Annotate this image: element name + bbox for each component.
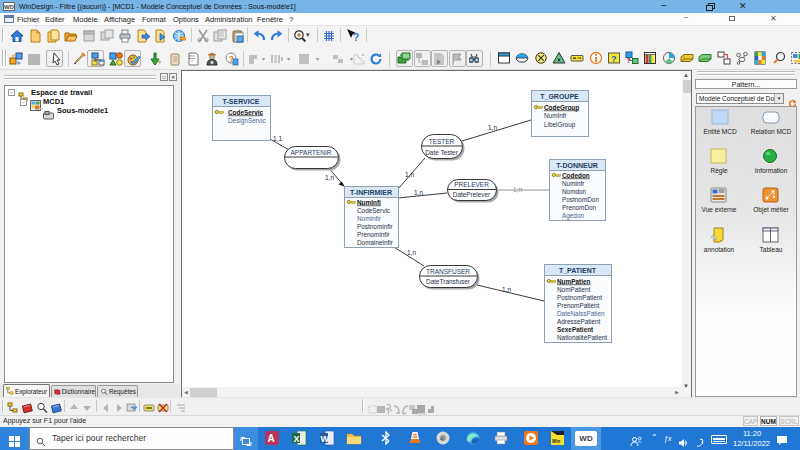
svg-text:Codedon: Codedon	[562, 172, 590, 179]
svg-text:1,n: 1,n	[513, 186, 522, 193]
svg-text:?: ?	[353, 32, 359, 43]
svg-text:1,1: 1,1	[273, 135, 282, 142]
svg-text:1,n: 1,n	[488, 124, 497, 131]
svg-text:CodeGroup: CodeGroup	[544, 104, 579, 112]
svg-text:Date Tester: Date Tester	[425, 149, 458, 156]
svg-text:X: X	[294, 434, 300, 444]
svg-text:T-DONNEUR: T-DONNEUR	[556, 162, 598, 169]
svg-text:CodeServic: CodeServic	[228, 109, 264, 116]
svg-text:NomPatient: NomPatient	[557, 286, 591, 293]
svg-text:NumInfi: NumInfi	[357, 199, 381, 206]
svg-text:1,n: 1,n	[502, 286, 511, 293]
svg-text:T-SERVICE: T-SERVICE	[223, 98, 260, 105]
svg-text:DateNaissPatien: DateNaissPatien	[557, 310, 605, 317]
svg-text:PostnomDon: PostnomDon	[562, 196, 599, 203]
svg-text:Agedon: Agedon	[562, 212, 584, 220]
svg-text:Nomdon: Nomdon	[562, 188, 587, 195]
svg-text:PrenomDon: PrenomDon	[562, 204, 597, 211]
svg-text:T_PATIENT: T_PATIENT	[559, 267, 597, 274]
svg-text:T_GROUPE: T_GROUPE	[540, 93, 579, 100]
svg-text:Numinfr: Numinfr	[562, 180, 585, 187]
svg-text:NationalitéPatient: NationalitéPatient	[557, 334, 607, 341]
svg-text:Win: Win	[552, 439, 560, 444]
svg-text:DateTransfuser: DateTransfuser	[426, 278, 471, 285]
svg-text:Prenominfir: Prenominfir	[357, 231, 391, 238]
svg-text:1,n: 1,n	[325, 174, 334, 181]
svg-text:Postnominfir: Postnominfir	[357, 223, 393, 230]
svg-text:?: ?	[611, 54, 616, 64]
svg-text:1,n: 1,n	[414, 189, 423, 196]
svg-text:A: A	[268, 433, 275, 444]
svg-text:PostnomPatient: PostnomPatient	[557, 294, 602, 301]
svg-text:1,n: 1,n	[407, 249, 416, 256]
svg-text:NumPatien: NumPatien	[557, 278, 590, 285]
svg-text:TESTER: TESTER	[429, 138, 455, 145]
svg-text:APPARTENIR: APPARTENIR	[291, 149, 332, 156]
svg-text:DesignServic: DesignServic	[228, 117, 266, 125]
svg-text:TRANSFUSER: TRANSFUSER	[426, 268, 470, 275]
svg-text:LibelGroup: LibelGroup	[544, 121, 576, 129]
svg-text:Nominfir: Nominfir	[357, 215, 382, 222]
svg-text:DatePrelever: DatePrelever	[453, 191, 491, 198]
svg-text:AdressePatient: AdressePatient	[557, 318, 601, 325]
svg-text:CodeServic: CodeServic	[357, 207, 391, 214]
svg-text:NumInfr: NumInfr	[544, 112, 568, 119]
svg-text:PrenomPatient: PrenomPatient	[557, 302, 599, 309]
svg-text:1,n: 1,n	[405, 171, 414, 178]
svg-text:SexePatient: SexePatient	[557, 326, 594, 333]
svg-text:T-INFIRMIER: T-INFIRMIER	[350, 189, 392, 196]
svg-text:W: W	[321, 434, 330, 444]
svg-text:Domaineinfir: Domaineinfir	[357, 239, 394, 246]
svg-text:PRELEVER: PRELEVER	[454, 181, 489, 188]
